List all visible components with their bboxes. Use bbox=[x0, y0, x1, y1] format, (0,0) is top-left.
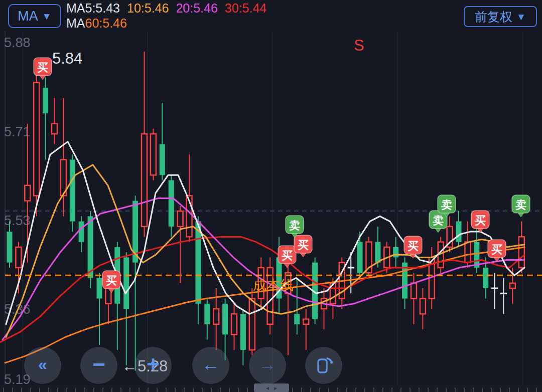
badge-label: 买 bbox=[106, 274, 117, 287]
ma30-value: 30:5.44 bbox=[225, 1, 266, 15]
handle-left-arrow-icon: ◂ bbox=[266, 384, 269, 391]
candle-body-down bbox=[7, 232, 13, 263]
arrow-right-icon: → bbox=[258, 355, 277, 373]
zoom-out-button[interactable]: − bbox=[80, 347, 117, 384]
minus-icon: − bbox=[92, 353, 105, 375]
rotate-screen-icon bbox=[314, 355, 334, 375]
badge-label: 买 bbox=[298, 239, 309, 251]
double-chevron-left-icon: « bbox=[38, 356, 47, 372]
chart-header: MA ▼ MA5:5.4310:5.4620:5.4630:5.44 MA60:… bbox=[0, 0, 542, 31]
rotate-screen-button[interactable] bbox=[305, 347, 342, 384]
ma60-prefix: MA bbox=[66, 16, 85, 30]
candle bbox=[151, 129, 156, 180]
candle-body-down bbox=[160, 144, 165, 175]
candle-body-up bbox=[420, 299, 426, 314]
collapse-button[interactable]: « bbox=[24, 347, 61, 384]
ma-indicator-selector[interactable]: MA ▼ bbox=[8, 4, 61, 28]
ma-legend: MA5:5.4310:5.4620:5.4630:5.44 MA60:5.46 bbox=[66, 1, 274, 31]
candle-body-down bbox=[240, 314, 246, 350]
kline-chart[interactable]: 5.885.715.535.365.19成本线←5.84←5.28S买买买买买买… bbox=[0, 0, 542, 392]
ma5-value: MA5:5.43 bbox=[66, 1, 120, 15]
candle-body-down bbox=[79, 222, 84, 242]
candle-body-down bbox=[204, 304, 210, 324]
candle-body-up bbox=[465, 242, 470, 263]
badge-label: 买 bbox=[491, 243, 502, 256]
badge-label: 卖 bbox=[515, 199, 526, 211]
candle-body-up bbox=[213, 309, 219, 324]
candle-body-up bbox=[510, 283, 515, 288]
candle-body-up bbox=[231, 314, 237, 334]
ma-legend-line1: MA5:5.4310:5.4620:5.4630:5.44 bbox=[66, 1, 274, 16]
badge-label: 买 bbox=[408, 240, 419, 252]
scrollbar-handle[interactable]: ◂ ▸ bbox=[254, 383, 289, 392]
ma60-value: 60:5.46 bbox=[85, 16, 127, 30]
pan-right-button[interactable]: → bbox=[249, 347, 286, 384]
badge-label: 卖 bbox=[441, 199, 452, 211]
zoom-in-button[interactable]: + bbox=[134, 347, 172, 384]
chevron-down-icon: ▼ bbox=[42, 12, 52, 21]
candle-body-down bbox=[195, 222, 201, 304]
candle-body-up bbox=[249, 299, 255, 350]
arrow-left-icon: ← bbox=[202, 355, 220, 373]
candle-body-down bbox=[123, 257, 129, 309]
badge-label: 卖 bbox=[433, 214, 444, 227]
candle-body-down bbox=[483, 268, 488, 288]
y-axis-label: 5.53 bbox=[4, 213, 31, 228]
candle-body-down bbox=[97, 278, 102, 298]
candle-body-down bbox=[43, 88, 48, 113]
candle-body-up bbox=[16, 247, 21, 268]
candle-body-up bbox=[142, 134, 147, 227]
price-adjust-selector[interactable]: 前复权 ▼ bbox=[464, 6, 537, 27]
badge-label: 买 bbox=[37, 61, 48, 74]
candle-body-down bbox=[375, 242, 380, 263]
badge-label: 买 bbox=[282, 249, 293, 262]
ma-legend-line2: MA60:5.46 bbox=[66, 16, 274, 31]
candle-body-down bbox=[357, 242, 363, 273]
price-annotation: S bbox=[354, 37, 364, 54]
candle bbox=[366, 237, 372, 278]
y-axis-label: 5.88 bbox=[4, 35, 31, 50]
candle-body-up bbox=[25, 185, 30, 201]
candle-body-down bbox=[88, 216, 93, 278]
candle-body-up bbox=[52, 124, 57, 134]
ma10-value: 10:5.46 bbox=[127, 1, 169, 15]
candle bbox=[70, 154, 75, 232]
candle-body-up bbox=[411, 283, 417, 299]
pan-left-button[interactable]: ← bbox=[192, 347, 229, 384]
ma20-value: 20:5.46 bbox=[176, 1, 217, 15]
chevron-down-icon: ▼ bbox=[516, 12, 526, 22]
badge-label: 买 bbox=[475, 214, 486, 227]
adjust-label: 前复权 bbox=[475, 9, 512, 25]
candle-body-down bbox=[456, 222, 462, 242]
candle bbox=[267, 257, 273, 334]
candle-body-down bbox=[393, 247, 398, 258]
candle-body-up bbox=[34, 83, 39, 196]
y-axis-label: 5.71 bbox=[4, 124, 31, 139]
stock-chart-screen: 5.885.715.535.365.19成本线←5.84←5.28S买买买买买买… bbox=[0, 0, 542, 392]
candle-body-up bbox=[151, 134, 156, 175]
candle-body-up bbox=[303, 319, 309, 324]
badge-label: 卖 bbox=[289, 219, 300, 232]
candle-body-down bbox=[294, 314, 300, 324]
ma-selector-label: MA bbox=[18, 9, 38, 24]
candle-body-down bbox=[169, 180, 174, 227]
candle bbox=[34, 62, 39, 217]
candle-body-up bbox=[178, 211, 183, 227]
handle-right-arrow-icon: ▸ bbox=[274, 384, 277, 391]
candle-body-down bbox=[70, 160, 75, 222]
plus-icon: + bbox=[147, 353, 160, 375]
candle-body-up bbox=[519, 237, 524, 268]
candle-body-down bbox=[222, 304, 228, 335]
cost-line-label: 成本线 bbox=[253, 278, 294, 293]
chart-scrollbar[interactable]: ◂ ▸ bbox=[0, 385, 542, 392]
candle-body-up bbox=[267, 268, 273, 324]
